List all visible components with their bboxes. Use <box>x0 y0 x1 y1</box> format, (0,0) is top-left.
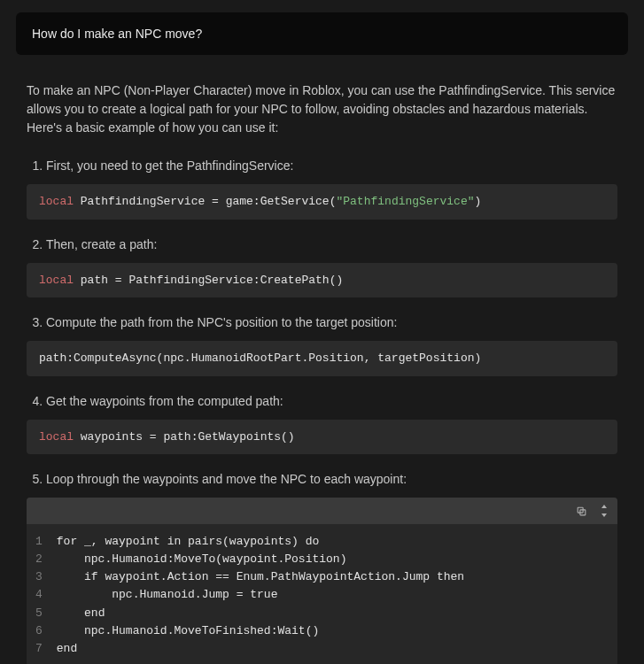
step-2-text: Then, create a path: <box>46 237 157 251</box>
code-block-4: local waypoints = path:GetWaypoints() <box>27 420 617 455</box>
steps-list: First, you need to get the PathfindingSe… <box>27 157 617 664</box>
expand-icon[interactable] <box>600 505 609 517</box>
code-text: waypoints = path:GetWaypoints() <box>74 430 295 444</box>
line-number: 3 <box>35 568 43 586</box>
line-number: 5 <box>35 605 43 622</box>
code-text: npc.Humanoid:MoveTo(waypoint.Position) <box>57 551 464 568</box>
code-text: path = PathfindingService:CreatePath() <box>74 274 343 287</box>
code-block-3: path:ComputeAsync(npc.HumanoidRootPart.P… <box>27 341 617 376</box>
code-keyword: if <box>84 570 98 583</box>
code-block-header <box>27 498 617 524</box>
code-block-2: local path = PathfindingService:CreatePa… <box>27 263 617 298</box>
answer-intro: To make an NPC (Non-Player Character) mo… <box>27 81 617 137</box>
code-block-1: local PathfindingService = game:GetServi… <box>27 184 617 220</box>
code-keyword: local <box>39 430 74 444</box>
code-keyword: end <box>84 606 105 620</box>
step-1-text: First, you need to get the PathfindingSe… <box>46 158 293 173</box>
code-text: PathfindingService = game:GetService( <box>74 195 336 208</box>
code-lines: for _, waypoint in pairs(waypoints) do n… <box>57 533 464 658</box>
code-keyword: do <box>306 535 320 548</box>
code-text: npc.Humanoid.MoveToFinished:Wait() <box>57 622 464 640</box>
code-keyword: for <box>57 535 77 548</box>
code-string: "PathfindingService" <box>336 195 474 208</box>
line-number: 6 <box>35 622 43 640</box>
line-number: 2 <box>35 551 43 568</box>
step-4-text: Get the waypoints from the computed path… <box>46 394 283 408</box>
code-gutter: 1 2 3 4 5 6 7 <box>27 533 57 658</box>
question-bar: How do I make an NPC move? <box>16 12 628 55</box>
code-keyword: local <box>39 274 74 287</box>
code-text <box>57 606 84 620</box>
line-number: 7 <box>35 640 43 658</box>
code-text: pairs(waypoints) <box>181 535 305 548</box>
code-text: _, waypoint <box>77 535 167 548</box>
step-3: Compute the path from the NPC's position… <box>46 313 617 376</box>
code-text <box>57 570 84 583</box>
code-keyword: in <box>167 535 182 548</box>
code-block-5: 1 2 3 4 5 6 7 for _, waypoint in pairs(w… <box>27 498 617 664</box>
code-text: waypoint.Action == Enum.PathWaypointActi… <box>98 570 437 583</box>
line-number: 4 <box>35 586 43 604</box>
step-5: Loop through the waypoints and move the … <box>46 470 617 664</box>
code-keyword: then <box>437 570 464 583</box>
code-text: path:ComputeAsync(npc.HumanoidRootPart.P… <box>39 351 481 365</box>
copy-icon[interactable] <box>576 506 587 517</box>
code-text: npc.Humanoid.Jump = <box>57 588 250 601</box>
step-2: Then, create a path: local path = Pathfi… <box>46 235 617 298</box>
answer-body: To make an NPC (Non-Player Character) mo… <box>0 55 644 664</box>
step-1: First, you need to get the PathfindingSe… <box>46 157 617 220</box>
step-4: Get the waypoints from the computed path… <box>46 392 617 455</box>
line-number: 1 <box>35 533 43 551</box>
question-text: How do I make an NPC move? <box>32 27 202 41</box>
code-block-body: 1 2 3 4 5 6 7 for _, waypoint in pairs(w… <box>27 524 617 664</box>
code-text: ) <box>475 195 482 208</box>
step-3-text: Compute the path from the NPC's position… <box>46 315 397 329</box>
code-keyword: end <box>57 642 77 655</box>
step-5-text: Loop through the waypoints and move the … <box>46 472 407 486</box>
code-boolean: true <box>250 588 277 601</box>
code-keyword: local <box>39 195 74 208</box>
